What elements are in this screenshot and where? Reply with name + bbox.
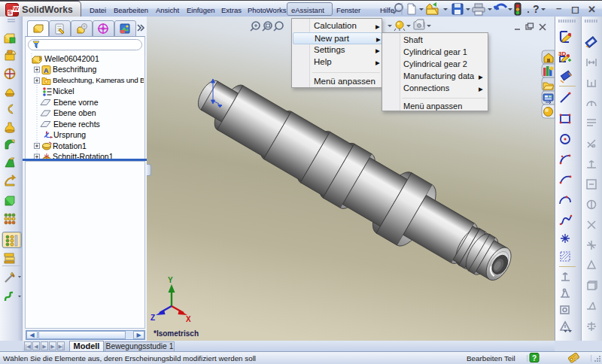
svg-text:*Isometrisch: *Isometrisch xyxy=(154,329,199,338)
svg-text:Z: Z xyxy=(150,314,155,322)
svg-text:X: X xyxy=(186,315,191,323)
svg-text:?: ? xyxy=(533,3,540,15)
svg-text:A: A xyxy=(44,66,49,74)
svg-text:Y: Y xyxy=(168,276,173,284)
svg-text:?: ? xyxy=(532,354,537,362)
